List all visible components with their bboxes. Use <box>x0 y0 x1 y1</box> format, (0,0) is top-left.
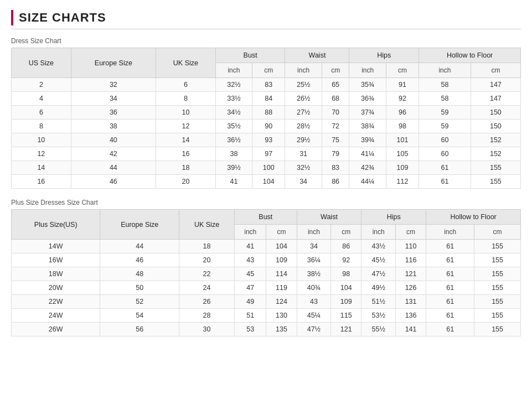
dress-size-table: US Size Europe Size UK Size Bust Waist H… <box>11 48 521 189</box>
dress-section: Dress Size Chart US Size Europe Size UK … <box>11 37 521 189</box>
plus-waist-inch: inch <box>297 225 331 240</box>
dress-col-htf: Hollow to Floor <box>419 48 521 63</box>
table-row: 24W54285113045¼11553½13661155 <box>12 309 521 323</box>
table-row: 22W5226491244310951½13161155 <box>12 295 521 309</box>
header-accent <box>11 10 13 25</box>
table-row: 14W441841104348643½11061155 <box>12 240 521 253</box>
dress-col-uk: UK Size <box>156 48 216 78</box>
plus-htf-cm: cm <box>474 225 521 240</box>
plus-col-uk: UK Size <box>179 210 234 240</box>
plus-col-bust: Bust <box>235 210 297 225</box>
plus-section-label: Plus Size Dresses Size Chart <box>11 199 521 206</box>
dress-col-waist: Waist <box>285 48 349 63</box>
dress-waist-inch: inch <box>285 63 322 78</box>
plus-hips-inch: inch <box>361 225 396 240</box>
table-row: 1242163897317941¼10560152 <box>12 147 521 161</box>
plus-section: Plus Size Dresses Size Chart Plus Size(U… <box>11 199 521 336</box>
dress-col-us: US Size <box>12 48 71 78</box>
plus-table-body: 14W441841104348643½1106115516W4620431093… <box>12 240 521 336</box>
dress-waist-cm: cm <box>322 63 349 78</box>
plus-bust-cm: cm <box>266 225 297 240</box>
dress-hips-inch: inch <box>349 63 386 78</box>
plus-main-header-row: Plus Size(US) Europe Size UK Size Bust W… <box>12 210 521 225</box>
dress-htf-inch: inch <box>419 63 471 78</box>
table-row: 10401436½9329½7539¾10160152 <box>12 133 521 147</box>
plus-col-eu: Europe Size <box>100 210 179 240</box>
plus-col-hips: Hips <box>361 210 426 225</box>
plus-col-waist: Waist <box>297 210 361 225</box>
dress-hips-cm: cm <box>386 63 419 78</box>
table-row: 26W56305313547½12155½14161155 <box>12 323 521 336</box>
plus-waist-cm: cm <box>331 225 361 240</box>
plus-bust-inch: inch <box>235 225 266 240</box>
table-row: 20W50244711940¾10449½12661155 <box>12 281 521 295</box>
dress-table-body: 232632½8325½6535¾9158147434833½8426½6836… <box>12 78 521 189</box>
plus-size-table: Plus Size(US) Europe Size UK Size Bust W… <box>11 209 521 336</box>
table-row: 6361034½8827½7037¾9659150 <box>12 106 521 120</box>
table-row: 434833½8426½6836¾9258147 <box>12 92 521 106</box>
dress-htf-cm: cm <box>471 63 520 78</box>
table-row: 232632½8325½6535¾9158147 <box>12 78 521 92</box>
dress-bust-inch: inch <box>215 63 252 78</box>
plus-hips-cm: cm <box>396 225 426 240</box>
page-title: SIZE CHARTS <box>19 11 106 25</box>
table-row: 8381235½9028½7238¾9859150 <box>12 120 521 133</box>
plus-col-htf: Hollow to Floor <box>426 210 521 225</box>
dress-bust-cm: cm <box>252 63 285 78</box>
table-row: 16462041104348644¼11261155 <box>12 175 521 189</box>
dress-main-header-row: US Size Europe Size UK Size Bust Waist H… <box>12 48 521 63</box>
table-row: 14441839½10032½8342¾10961155 <box>12 161 521 175</box>
table-row: 18W48224511438½9847½12161155 <box>12 267 521 281</box>
page-header: SIZE CHARTS <box>11 6 521 29</box>
plus-col-us: Plus Size(US) <box>12 210 100 240</box>
dress-section-label: Dress Size Chart <box>11 37 521 45</box>
table-row: 16W46204310936¼9245½11661155 <box>12 253 521 267</box>
dress-col-bust: Bust <box>215 48 285 63</box>
dress-col-hips: Hips <box>349 48 419 63</box>
plus-htf-inch: inch <box>426 225 474 240</box>
dress-col-eu: Europe Size <box>71 48 156 78</box>
